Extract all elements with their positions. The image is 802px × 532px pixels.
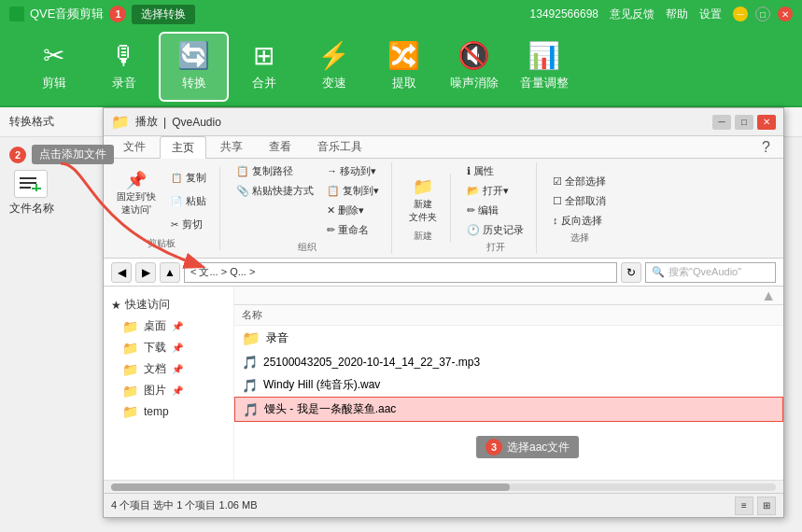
minimize-button[interactable]: ─ [733,7,748,21]
top-bar: QVE音频剪辑 1 选择转换 13492566698 意见反馈 帮助 设置 ─ … [0,0,802,28]
tool-speed[interactable]: ⚡ 变速 [299,32,369,102]
ribbon-copypath-btn[interactable]: 📋 复制路径 [232,162,318,180]
ribbon-delete-btn[interactable]: ✕ 删除▾ [322,202,384,219]
ribbon-paste-btn[interactable]: 📄 粘贴 [165,190,212,212]
top-bar-left: QVE音频剪辑 1 选择转换 [9,5,195,24]
add-file-icon[interactable] [14,170,48,198]
cut-label: 剪辑 [42,75,66,91]
search-box[interactable]: 🔍 搜索"QveAudio" [645,262,776,283]
sidebar-item-temp[interactable]: 📁 temp [104,401,233,422]
scrollbar-thumb[interactable] [111,483,510,491]
new-label: 新建 [403,230,443,243]
folder-icon: 📁 [111,113,130,131]
copy-icon: 📋 [171,173,182,183]
clipboard-label: 剪贴板 [111,237,212,250]
sort-icon: ▲ [761,287,776,304]
list-item[interactable]: 📁 录音 [234,326,783,351]
sidebar-item-downloads[interactable]: 📁 下载 📌 [104,337,233,358]
svg-rect-2 [20,187,31,189]
ribbon-copy-btn[interactable]: 📋 复制 [165,167,212,189]
tool-record[interactable]: 🎙 录音 [89,32,159,102]
ribbon-deselectall-btn[interactable]: ☐ 全部取消 [548,192,611,210]
tab-file[interactable]: 文件 [111,135,158,158]
ribbon-rename-btn[interactable]: ✏ 重命名 [322,221,384,239]
extract-label: 提取 [392,75,416,91]
close-button[interactable]: ✕ [778,7,793,21]
list-item[interactable]: 🎵 Windy Hill (纯音乐).wav [234,373,783,397]
pictures-folder-icon: 📁 [122,384,138,399]
ribbon-moveto-btn[interactable]: → 移动到▾ [322,162,384,180]
ribbon-selectall-btn[interactable]: ☑ 全部选择 [548,173,611,190]
sidebar-item-documents[interactable]: 📁 文档 📌 [104,358,233,380]
ribbon-select-btns: ☑ 全部选择 ☐ 全部取消 ↕ 反向选择 [548,173,611,230]
maximize-button[interactable]: □ [755,7,770,21]
convert-label: 转换 [182,75,206,91]
ribbon-open-btn[interactable]: 📂 打开▾ [462,182,528,200]
svg-rect-1 [20,182,36,184]
ribbon-group-organize: 📋 复制路径 📎 粘贴快捷方式 → 移动到▾ 📋 复制到▾ ✕ 删除▾ ✏ 重命… [232,162,392,254]
file-column-label: 文件名称 [9,201,54,217]
nav-up-btn[interactable]: ▲ [160,262,180,283]
explorer-title-play: 播放 [135,114,158,130]
tool-merge[interactable]: ⊞ 合并 [229,32,299,102]
tool-denoise[interactable]: 🔇 噪声消除 [439,32,509,102]
tab-share[interactable]: 共享 [208,135,255,158]
help-link[interactable]: 帮助 [666,7,688,22]
nav-back-btn[interactable]: ◀ [111,262,132,283]
ribbon-cut-btn[interactable]: ✂ 剪切 [165,214,212,235]
ribbon-pin-btn[interactable]: 📌 固定到'快 速访问' [111,167,162,221]
address-input[interactable]: < 文... > Q... > [184,262,617,283]
view-large-btn[interactable]: ⊞ [757,497,776,515]
sidebar-item-pictures[interactable]: 📁 图片 📌 [104,380,233,401]
list-item[interactable]: 🎵 25100043205_2020-10-14_14_22_37-.mp3 [234,351,783,373]
main-toolbar: ✂ 剪辑 🎙 录音 🔄 转换 ⊞ 合并 ⚡ 变速 🔀 提取 🔇 噪声消除 📊 音… [0,28,802,107]
nav-forward-btn[interactable]: ▶ [135,262,156,283]
refresh-btn[interactable]: ↻ [621,262,641,283]
ribbon-history-btn[interactable]: 🕐 历史记录 [462,221,528,239]
select-label: 选择 [548,231,611,245]
ribbon-copyto-btn[interactable]: 📋 复制到▾ [322,182,384,200]
desktop-pin-icon: 📌 [172,321,183,331]
ribbon-edit-btn[interactable]: ✏ 编辑 [462,202,528,219]
view-details-btn[interactable]: ≡ [735,497,753,515]
feedback-link[interactable]: 意见反馈 [610,7,654,22]
denoise-label: 噪声消除 [450,75,499,91]
tool-volume[interactable]: 📊 音量调整 [509,32,579,102]
quick-access-header[interactable]: ★ 快速访问 [104,294,233,315]
ribbon-group-clipboard: 📌 固定到'快 速访问' 📋 复制 📄 粘贴 ✂ 剪切 [111,167,220,250]
tool-cut[interactable]: ✂ 剪辑 [19,32,89,102]
scrollbar-track[interactable] [111,483,776,491]
temp-label: temp [144,405,169,418]
scissors-icon: ✂ [171,219,178,230]
desktop-label: 桌面 [144,318,166,334]
ribbon-group-select: ☑ 全部选择 ☐ 全部取消 ↕ 反向选择 选择 [548,173,618,245]
merge-icon: ⊞ [253,43,274,69]
audio-file-icon: 🎵 [242,355,258,370]
explorer-minimize[interactable]: ─ [712,115,731,130]
merge-label: 合并 [252,75,276,91]
window-controls: ─ □ ✕ [733,7,793,21]
ribbon-properties-btn[interactable]: ℹ 属性 [462,162,528,180]
ribbon-help-icon[interactable]: ? [756,137,776,158]
settings-link[interactable]: 设置 [699,7,722,22]
ribbon-newfolder-btn[interactable]: 📁 新建 文件夹 [403,174,443,228]
ribbon-invertselect-btn[interactable]: ↕ 反向选择 [548,212,611,230]
list-item-selected[interactable]: 🎵 馒头 - 我是一条酸菜鱼.aac [234,397,783,422]
ribbon-pasteshortcut-btn[interactable]: 📎 粘贴快捷方式 [232,182,318,200]
file-list-header: 名称 [234,305,783,326]
horizontal-scrollbar[interactable] [104,480,783,493]
ribbon-clipboard-buttons: 📌 固定到'快 速访问' 📋 复制 📄 粘贴 ✂ 剪切 [111,167,212,235]
tab-home[interactable]: 主页 [160,136,206,159]
tab-view[interactable]: 查看 [257,135,303,158]
documents-label: 文档 [144,361,166,377]
tab-music-tools[interactable]: 音乐工具 [305,135,374,158]
add-file-button[interactable] [9,170,48,198]
explorer-maximize[interactable]: □ [735,115,753,130]
tool-convert[interactable]: 🔄 转换 [159,32,229,102]
format-label: 转换格式 [9,114,54,130]
sidebar-item-desktop[interactable]: 📁 桌面 📌 [104,315,233,337]
star-icon: ★ [111,299,121,312]
file-explorer: 📁 播放 | QveAudio ─ □ ✕ 文件 主页 共享 查看 音乐工具 ?… [103,107,784,518]
explorer-close[interactable]: ✕ [757,115,776,130]
tool-extract[interactable]: 🔀 提取 [369,32,439,102]
